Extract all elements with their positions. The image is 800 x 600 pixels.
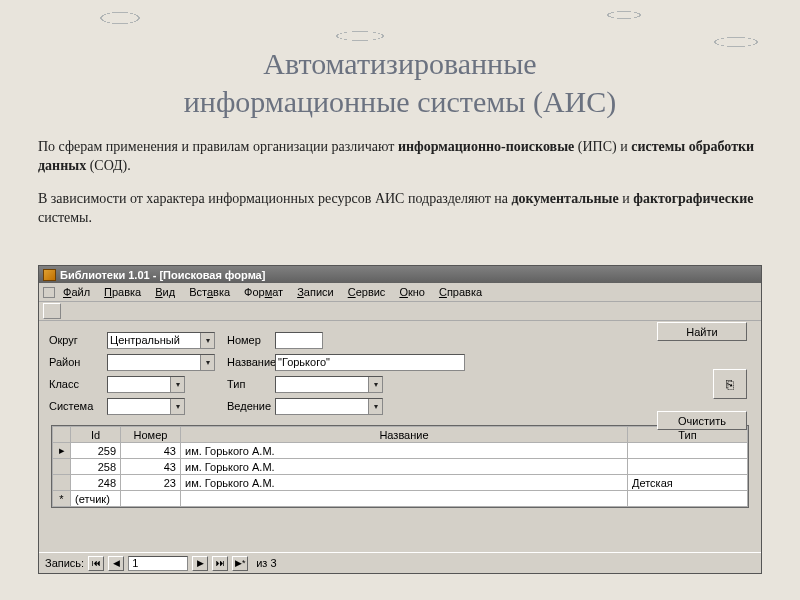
- toolbar-button[interactable]: [446, 303, 464, 319]
- chevron-down-icon[interactable]: [170, 399, 184, 414]
- nav-next-icon[interactable]: ▶: [192, 556, 208, 571]
- toolbar-button[interactable]: [292, 303, 310, 319]
- nav-new-icon[interactable]: ▶*: [232, 556, 248, 571]
- row-selector-icon[interactable]: ▸: [53, 443, 71, 459]
- toolbar-button[interactable]: [254, 303, 272, 319]
- record-total: из 3: [252, 557, 276, 569]
- chevron-down-icon[interactable]: [200, 355, 214, 370]
- label-nazvanie: Название: [215, 356, 275, 368]
- table-row[interactable]: ▸ 259 43 им. Горького А.М.: [53, 443, 748, 459]
- col-id[interactable]: Id: [71, 427, 121, 443]
- chevron-down-icon[interactable]: [368, 377, 382, 392]
- table-row[interactable]: 248 23 им. Горького А.М. Детская: [53, 475, 748, 491]
- toolbar-button[interactable]: [145, 303, 163, 319]
- combo-sistema[interactable]: [107, 398, 185, 415]
- combo-okrug[interactable]: Центральный: [107, 332, 215, 349]
- toolbar-button[interactable]: [81, 303, 99, 319]
- toolbar-button[interactable]: [190, 303, 208, 319]
- menu-format[interactable]: Формат: [238, 285, 289, 299]
- toolbar-button[interactable]: [427, 303, 445, 319]
- clear-button[interactable]: Очистить: [657, 411, 747, 430]
- label-sistema: Система: [49, 400, 107, 412]
- label-vedenie: Ведение: [215, 400, 275, 412]
- combo-rayon[interactable]: [107, 354, 215, 371]
- menu-window[interactable]: Окно: [393, 285, 431, 299]
- menu-help[interactable]: Справка: [433, 285, 488, 299]
- toolbar-button[interactable]: [382, 303, 400, 319]
- toolbar-button[interactable]: [318, 303, 336, 319]
- window-title: Библиотеки 1.01 - [Поисковая форма]: [60, 269, 265, 281]
- label-klass: Класс: [49, 378, 107, 390]
- col-nomer[interactable]: Номер: [121, 427, 181, 443]
- mdi-icon: [43, 287, 55, 298]
- menu-file[interactable]: Файл: [57, 285, 96, 299]
- menu-insert[interactable]: Вставка: [183, 285, 236, 299]
- toolbar-button[interactable]: [401, 303, 419, 319]
- label-rayon: Район: [49, 356, 107, 368]
- record-label: Запись:: [45, 557, 84, 569]
- input-nomer[interactable]: [275, 332, 323, 349]
- label-nomer: Номер: [215, 334, 275, 346]
- exit-icon: ⎘: [726, 377, 734, 392]
- toolbar-button[interactable]: [356, 303, 374, 319]
- record-navigator: Запись: ⏮ ◀ 1 ▶ ⏭ ▶* из 3: [39, 552, 761, 573]
- new-row-icon: *: [53, 491, 71, 507]
- record-position[interactable]: 1: [128, 556, 188, 571]
- menubar: Файл Правка Вид Вставка Формат Записи Се…: [39, 283, 761, 302]
- toolbar-button[interactable]: [107, 303, 125, 319]
- toolbar-button[interactable]: [164, 303, 182, 319]
- row-header: [53, 427, 71, 443]
- nav-prev-icon[interactable]: ◀: [108, 556, 124, 571]
- chevron-down-icon[interactable]: [368, 399, 382, 414]
- app-icon: [43, 269, 56, 281]
- toolbar: [39, 302, 761, 321]
- nav-last-icon[interactable]: ⏭: [212, 556, 228, 571]
- chevron-down-icon[interactable]: [170, 377, 184, 392]
- combo-klass[interactable]: [107, 376, 185, 393]
- label-tip: Тип: [215, 378, 275, 390]
- table-row[interactable]: 258 43 им. Горького А.М.: [53, 459, 748, 475]
- nav-first-icon[interactable]: ⏮: [88, 556, 104, 571]
- toolbar-button[interactable]: [235, 303, 253, 319]
- body-text: По сферам применения и правилам организа…: [0, 120, 800, 228]
- titlebar: Библиотеки 1.01 - [Поисковая форма]: [39, 266, 761, 283]
- search-form: Округ Центральный Номер Район Название "…: [39, 321, 761, 421]
- combo-vedenie[interactable]: [275, 398, 383, 415]
- menu-edit[interactable]: Правка: [98, 285, 147, 299]
- combo-tip[interactable]: [275, 376, 383, 393]
- app-window: Библиотеки 1.01 - [Поисковая форма] Файл…: [38, 265, 762, 574]
- menu-records[interactable]: Записи: [291, 285, 340, 299]
- exit-button[interactable]: ⎘: [713, 369, 747, 399]
- input-nazvanie[interactable]: "Горького": [275, 354, 465, 371]
- chevron-down-icon[interactable]: [200, 333, 214, 348]
- toolbar-button[interactable]: [273, 303, 291, 319]
- menu-view[interactable]: Вид: [149, 285, 181, 299]
- find-button[interactable]: Найти: [657, 322, 747, 341]
- toolbar-button[interactable]: [43, 303, 61, 319]
- toolbar-button[interactable]: [337, 303, 355, 319]
- menu-tools[interactable]: Сервис: [342, 285, 392, 299]
- label-okrug: Округ: [49, 334, 107, 346]
- toolbar-button[interactable]: [209, 303, 227, 319]
- col-nazvanie[interactable]: Название: [181, 427, 628, 443]
- table-row-new[interactable]: * (етчик): [53, 491, 748, 507]
- toolbar-button[interactable]: [126, 303, 144, 319]
- results-grid[interactable]: Id Номер Название Тип ▸ 259 43 им. Горьк…: [51, 425, 749, 508]
- toolbar-button[interactable]: [62, 303, 80, 319]
